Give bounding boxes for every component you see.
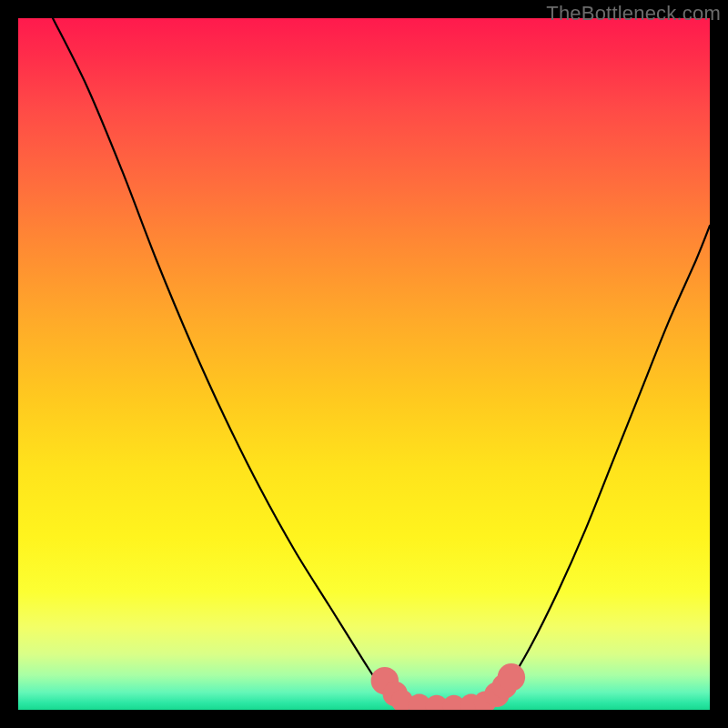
highlight-marker [498, 663, 525, 691]
curve-layer [18, 18, 710, 710]
curve-path [53, 18, 710, 707]
bottleneck-curve [53, 18, 710, 707]
highlight-markers [371, 663, 525, 710]
chart-frame: TheBottleneck.com [0, 0, 728, 728]
plot-area [18, 18, 710, 710]
watermark-label: TheBottleneck.com [546, 2, 721, 25]
